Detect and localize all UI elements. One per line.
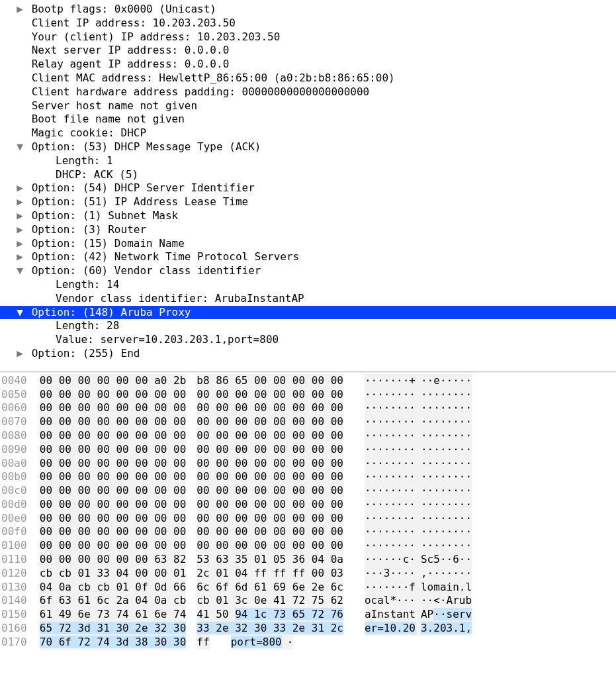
hex-ascii-right[interactable]: ········	[421, 539, 472, 553]
hex-bytes-left[interactable]: 00 00 00 00 00 00 00 00	[40, 443, 187, 457]
hex-row[interactable]: 0050 00 00 00 00 00 00 00 00 00 00 00 00…	[0, 388, 616, 402]
hex-row[interactable]: 0140 6f 63 61 6c 2a 04 0a cb cb 01 3c 0e…	[0, 594, 616, 608]
hex-ascii-left[interactable]: ········	[365, 525, 416, 539]
tree-row-opt42[interactable]: ▶ Option: (42) Network Time Protocol Ser…	[0, 250, 616, 264]
hex-ascii-left[interactable]: ······c·	[365, 553, 416, 567]
hex-bytes-left[interactable]: 00 00 00 00 00 00 00 00	[40, 415, 187, 429]
hex-ascii-right[interactable]: ········	[421, 512, 472, 526]
tree-row-your-ip[interactable]: Your (client) IP address: 10.203.203.50	[0, 30, 616, 44]
hex-bytes-right[interactable]: 00 00 00 00 00 00 00 00	[197, 498, 343, 512]
hex-row[interactable]: 0170 70 6f 72 74 3d 38 30 30 ff port=800…	[0, 636, 616, 650]
expand-icon[interactable]: ▶	[15, 223, 25, 237]
hex-bytes-left[interactable]: 00 00 00 00 00 00 00 00	[40, 525, 187, 539]
hex-ascii-right[interactable]: ········	[421, 470, 472, 484]
hex-bytes-right[interactable]: b8 86 65 00 00 00 00 00	[197, 374, 343, 388]
hex-ascii-left[interactable]: ···3····	[365, 567, 416, 581]
hex-ascii-right[interactable]: ········	[421, 415, 472, 429]
hex-ascii-left[interactable]: ········	[365, 457, 416, 471]
tree-row-bootp-flags[interactable]: ▶ Bootp flags: 0x0000 (Unicast)	[0, 3, 616, 17]
hex-bytes-left[interactable]: 00 00 00 00 00 00 00 00	[40, 484, 187, 498]
hex-ascii-left[interactable]: ········	[365, 539, 416, 553]
hex-row[interactable]: 00d0 00 00 00 00 00 00 00 00 00 00 00 00…	[0, 498, 616, 512]
hex-row[interactable]: 00b0 00 00 00 00 00 00 00 00 00 00 00 00…	[0, 470, 616, 484]
hex-bytes-right[interactable]: 00 00 00 00 00 00 00 00	[197, 388, 343, 402]
hex-ascii-left[interactable]: port=800	[231, 636, 282, 650]
hex-ascii-right[interactable]: ········	[421, 484, 472, 498]
hex-row[interactable]: 0150 61 49 6e 73 74 61 6e 74 41 50 94 1c…	[0, 608, 616, 622]
tree-row-opt60-value[interactable]: Vendor class identifier: ArubaInstantAP	[0, 292, 616, 306]
hex-bytes-right[interactable]: 00 00 00 00 00 00 00 00	[197, 415, 343, 429]
hex-bytes-left[interactable]: 00 00 00 00 00 00 00 00	[40, 539, 187, 553]
hex-bytes-right[interactable]: 00 00 00 00 00 00 00 00	[197, 539, 343, 553]
hex-bytes-right[interactable]: cb 01 3c 0e 41 72 75 62	[197, 594, 343, 608]
hex-bytes-left[interactable]: 00 00 00 00 00 00 00 00	[40, 470, 187, 484]
hex-ascii-left[interactable]: ········	[365, 429, 416, 443]
hex-ascii-left[interactable]: ········	[365, 388, 416, 402]
hex-ascii-right[interactable]: ········	[421, 457, 472, 471]
hex-bytes-left[interactable]: 00 00 00 00 00 00 00 00	[40, 429, 187, 443]
tree-row-opt148-selected[interactable]: ▼ Option: (148) Aruba Proxy	[0, 306, 616, 320]
expand-icon[interactable]: ▶	[15, 237, 25, 251]
hex-row[interactable]: 00e0 00 00 00 00 00 00 00 00 00 00 00 00…	[0, 512, 616, 526]
hex-row[interactable]: 0100 00 00 00 00 00 00 00 00 00 00 00 00…	[0, 539, 616, 553]
hex-bytes-left[interactable]: 00 00 00 00 00 00 00 00	[40, 457, 187, 471]
hex-ascii-left[interactable]: ········	[365, 512, 416, 526]
hex-bytes-left[interactable]: 00 00 00 00 00 00 00 00	[40, 512, 187, 526]
hex-ascii-right[interactable]: ········	[421, 429, 472, 443]
expand-icon[interactable]: ▶	[15, 209, 25, 223]
collapse-icon[interactable]: ▼	[15, 264, 25, 278]
hex-bytes-left[interactable]: 00 00 00 00 00 00 63 82	[40, 553, 187, 567]
tree-row-relay-agent[interactable]: Relay agent IP address: 0.0.0.0	[0, 58, 616, 72]
hex-ascii-right[interactable]: ········	[421, 498, 472, 512]
expand-icon[interactable]: ▶	[15, 195, 25, 209]
hex-bytes-right[interactable]: 00 00 00 00 00 00 00 00	[197, 429, 343, 443]
tree-row-sname[interactable]: Server host name not given	[0, 99, 616, 113]
hex-bytes-right[interactable]: 53 63 35 01 05 36 04 0a	[197, 553, 343, 567]
hex-ascii-right[interactable]: Sc5··6··	[421, 553, 472, 567]
hex-row[interactable]: 00f0 00 00 00 00 00 00 00 00 00 00 00 00…	[0, 525, 616, 539]
hex-bytes-right[interactable]: 33 2e 32 30 33 2e 31 2c	[197, 622, 343, 636]
packet-details-tree[interactable]: ▶ Bootp flags: 0x0000 (Unicast) Client I…	[0, 0, 616, 367]
hex-row[interactable]: 0090 00 00 00 00 00 00 00 00 00 00 00 00…	[0, 443, 616, 457]
tree-row-client-ip[interactable]: Client IP address: 10.203.203.50	[0, 17, 616, 30]
collapse-icon[interactable]: ▼	[15, 140, 25, 154]
hex-ascii-right[interactable]: ········	[421, 443, 472, 457]
hex-ascii-right[interactable]: ········	[421, 388, 472, 402]
hex-ascii-right[interactable]: ··e·····	[421, 374, 472, 388]
hex-ascii-right[interactable]: AP··serv	[421, 608, 472, 622]
tree-row-magic-cookie[interactable]: Magic cookie: DHCP	[0, 126, 616, 140]
hex-ascii-left[interactable]: ·······f	[365, 581, 416, 595]
hex-row[interactable]: 0060 00 00 00 00 00 00 00 00 00 00 00 00…	[0, 401, 616, 415]
hex-bytes-right[interactable]: 00 00 00 00 00 00 00 00	[197, 484, 343, 498]
tree-row-opt255[interactable]: ▶ Option: (255) End	[0, 347, 616, 361]
hex-row[interactable]: 0110 00 00 00 00 00 00 63 82 53 63 35 01…	[0, 553, 616, 567]
tree-row-opt53[interactable]: ▼ Option: (53) DHCP Message Type (ACK)	[0, 140, 616, 154]
hex-bytes-right[interactable]: 2c 01 04 ff ff ff 00 03	[197, 567, 343, 581]
hex-bytes-left[interactable]: 00 00 00 00 00 00 00 00	[40, 388, 187, 402]
hex-bytes-right[interactable]: 6c 6f 6d 61 69 6e 2e 6c	[197, 581, 343, 595]
hex-ascii-left[interactable]: er=10.20	[365, 622, 416, 636]
tree-row-opt3[interactable]: ▶ Option: (3) Router	[0, 223, 616, 237]
tree-row-opt1[interactable]: ▶ Option: (1) Subnet Mask	[0, 209, 616, 223]
expand-icon[interactable]: ▶	[15, 181, 25, 195]
tree-row-next-server[interactable]: Next server IP address: 0.0.0.0	[0, 44, 616, 58]
hex-ascii-left[interactable]: ·······+	[365, 374, 416, 388]
hex-bytes-left[interactable]: 65 72 3d 31 30 2e 32 30	[40, 622, 187, 636]
hex-ascii-right[interactable]: ········	[421, 525, 472, 539]
hex-ascii-right[interactable]: ··<·Arub	[421, 594, 472, 608]
hex-bytes-left[interactable]: 70 6f 72 74 3d 38 30 30	[40, 636, 187, 650]
hex-row[interactable]: 0120 cb cb 01 33 04 00 00 01 2c 01 04 ff…	[0, 567, 616, 581]
hex-row[interactable]: 00a0 00 00 00 00 00 00 00 00 00 00 00 00…	[0, 457, 616, 471]
packet-bytes-pane[interactable]: 0040 00 00 00 00 00 00 a0 2b b8 86 65 00…	[0, 373, 616, 656]
collapse-icon[interactable]: ▼	[15, 306, 25, 320]
tree-row-client-mac[interactable]: Client MAC address: HewlettP_86:65:00 (a…	[0, 72, 616, 85]
hex-bytes-left[interactable]: 00 00 00 00 00 00 00 00	[40, 401, 187, 415]
tree-row-opt60[interactable]: ▼ Option: (60) Vendor class identifier	[0, 264, 616, 278]
tree-row-opt60-length[interactable]: Length: 14	[0, 278, 616, 292]
hex-ascii-left[interactable]: aInstant	[365, 608, 416, 622]
hex-bytes-left[interactable]: 04 0a cb cb 01 0f 0d 66	[40, 581, 187, 595]
tree-row-opt53-length[interactable]: Length: 1	[0, 154, 616, 168]
expand-icon[interactable]: ▶	[15, 3, 25, 17]
tree-row-opt148-value[interactable]: Value: server=10.203.203.1,port=800	[0, 333, 616, 347]
hex-ascii-left[interactable]: ········	[365, 498, 416, 512]
